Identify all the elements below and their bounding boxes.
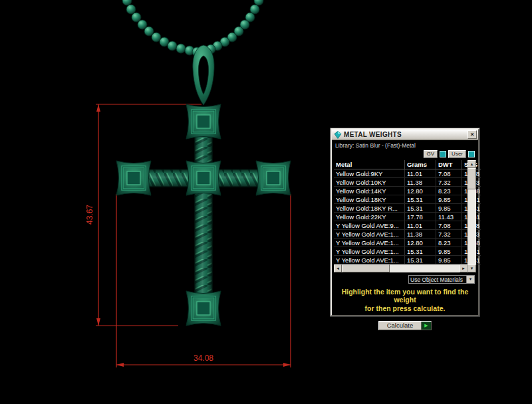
gv-button[interactable]: GV — [424, 150, 438, 158]
library-label: Library: Satin Blur - (Fast)-Metal — [335, 142, 478, 149]
column-header-grams[interactable]: Grams — [405, 160, 436, 169]
dimension-annotations[interactable] — [96, 104, 291, 367]
cross-bars — [126, 130, 281, 302]
dropdown-arrow-icon[interactable]: ▼ — [466, 276, 474, 283]
table-row[interactable]: Y Yellow Gold AVE:1...15.319.8515.41 — [334, 256, 481, 264]
column-header-dwt[interactable]: DWT — [436, 160, 462, 169]
vertical-scroll-thumb[interactable] — [467, 168, 476, 189]
materials-dropdown-value: Use Object Materials — [409, 276, 466, 283]
horizontal-scrollbar[interactable]: ◄ ► — [334, 264, 467, 272]
calculate-button[interactable]: Calculate ▶ — [378, 321, 432, 330]
table-row[interactable]: Yellow Gold:18KY R...15.319.8515.41 — [334, 204, 481, 213]
scroll-left-icon[interactable]: ◄ — [334, 264, 342, 272]
vertical-dimension-label[interactable]: 43.67 — [85, 205, 94, 225]
user-button[interactable]: User — [448, 150, 466, 158]
horizontal-scroll-thumb[interactable] — [342, 264, 390, 272]
metal-table-body: Yellow Gold:9KY11.017.0811.08Yellow Gold… — [334, 169, 481, 264]
metal-weights-dialog: METAL WEIGHTS ✕ Library: Satin Blur - (F… — [331, 128, 479, 316]
table-row[interactable]: Yellow Gold:18KY15.319.8515.41 — [334, 195, 481, 204]
table-row[interactable]: Yellow Gold:14KY12.808.2312.88 — [334, 187, 481, 195]
pendant-cross[interactable] — [116, 0, 291, 326]
dialog-titlebar[interactable]: METAL WEIGHTS ✕ — [332, 130, 478, 140]
scroll-right-icon[interactable]: ► — [460, 264, 467, 272]
chain-beads — [122, 0, 263, 56]
hint-line-2: for then press calculate. — [332, 304, 478, 312]
column-header-metal[interactable]: Metal — [334, 160, 405, 169]
table-row[interactable]: Yellow Gold:10KY11.387.3211.43 — [334, 178, 481, 187]
horizontal-scroll-track[interactable] — [342, 264, 460, 272]
materials-dropdown[interactable]: Use Object Materials ▼ — [408, 275, 475, 284]
vertical-scrollbar[interactable]: ▲ ▼ — [467, 160, 476, 272]
calculate-arrow-icon: ▶ — [421, 322, 431, 330]
dialog-title: METAL WEIGHTS — [344, 131, 402, 138]
scroll-down-icon[interactable]: ▼ — [467, 264, 476, 272]
table-row[interactable]: Yellow Gold:9KY11.017.0811.08 — [334, 169, 481, 178]
horizontal-dimension-label[interactable]: 34.08 — [194, 354, 213, 363]
table-header-row: MetalGramsDWTSPG — [334, 160, 481, 169]
bail — [193, 45, 214, 105]
table-row[interactable]: Yellow Gold:22KY17.7811.4317.81 — [334, 213, 481, 221]
table-row[interactable]: Y Yellow Gold AVE:9...11.017.0811.08 — [334, 221, 481, 230]
metal-weights-icon — [333, 130, 342, 139]
vertical-scroll-track[interactable] — [467, 168, 476, 264]
hint-line-1: Highlight the item you want to find the … — [332, 288, 478, 304]
user-indicator-icon[interactable] — [468, 151, 475, 157]
close-icon[interactable]: ✕ — [467, 130, 477, 139]
hint-text: Highlight the item you want to find the … — [332, 288, 478, 312]
scroll-up-icon[interactable]: ▲ — [467, 160, 476, 168]
table-row[interactable]: Y Yellow Gold AVE:1...12.808.2312.88 — [334, 239, 481, 247]
metal-table: MetalGramsDWTSPG Yellow Gold:9KY11.017.0… — [334, 160, 481, 264]
table-row[interactable]: Y Yellow Gold AVE:1...11.387.3211.43 — [334, 230, 481, 239]
gv-indicator-icon[interactable] — [440, 151, 446, 157]
viewport[interactable]: 43.67 34.08 — [0, 0, 532, 404]
calculate-label: Calculate — [379, 322, 421, 329]
table-row[interactable]: Y Yellow Gold AVE:1...15.319.8515.41 — [334, 247, 481, 256]
